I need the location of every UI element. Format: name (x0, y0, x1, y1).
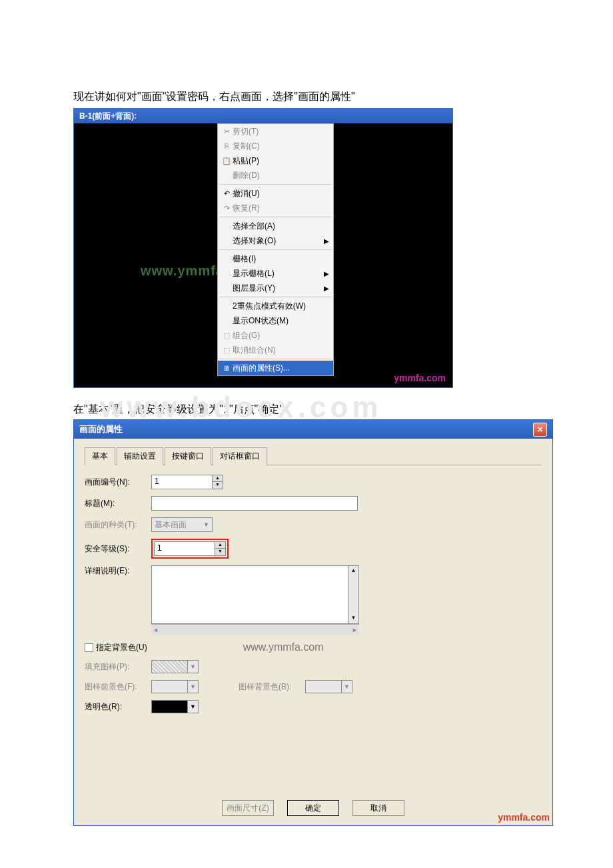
menu-show-grid-label: 显示栅格(L) (233, 268, 324, 279)
menu-undo[interactable]: ↶撤消(U) (218, 186, 333, 201)
cancel-button[interactable]: 取消 (352, 800, 404, 816)
dialog-corner-watermark: ymmfa.com (498, 812, 550, 823)
bg-color-swatch (305, 680, 342, 693)
security-level-input[interactable]: 1 (154, 541, 215, 556)
row-fill-pattern: 填充图样(P): ▼ (85, 660, 542, 673)
label-fg-color: 图样前景色(F): (85, 681, 151, 693)
tab-aux[interactable]: 辅助设置 (117, 447, 163, 465)
properties-icon: 🗎 (221, 364, 233, 372)
dialog-body: 基本 辅助设置 按键窗口 对话框窗口 画面编号(N): 1 ▲ ▼ 标题(M): (74, 439, 552, 825)
security-level-highlight: 1 ▲ ▼ (151, 539, 229, 559)
spin-up-icon[interactable]: ▲ (213, 475, 223, 482)
menu-select-object-label: 选择对象(O) (233, 235, 324, 247)
menu-select-all[interactable]: 选择全部(A) (218, 219, 333, 233)
dialog-watermark: www.ymmfa.com (243, 641, 324, 653)
menu-separator (219, 297, 332, 297)
screen-type-combo: 基本画面 ▼ (151, 517, 213, 532)
tab-basic[interactable]: 基本 (85, 447, 115, 465)
close-button[interactable]: × (533, 423, 547, 437)
menu-group-label: 组合(G) (233, 330, 329, 341)
row-security-level: 安全等级(S): 1 ▲ ▼ (85, 539, 542, 559)
editor-title: B-1(前面+背面): (79, 111, 137, 122)
editor-canvas[interactable]: www.ymmfa.com ✂剪切(T) ⎘复制(C) 📋粘贴(P) 删除(D)… (74, 123, 452, 387)
label-security-level: 安全等级(S): (85, 543, 151, 555)
menu-double-focus-label: 2重焦点模式有效(W) (233, 301, 329, 312)
row-fg-color: 图样前景色(F): ▼ 图样背景色(B): ▼ (85, 680, 542, 693)
detail-textarea-wrap: ▲ ▼ (151, 565, 359, 624)
menu-separator (219, 249, 332, 250)
row-caption: 标题(M): (85, 496, 542, 511)
context-menu: ✂剪切(T) ⎘复制(C) 📋粘贴(P) 删除(D) ↶撤消(U) ↷恢复(R)… (217, 123, 334, 376)
menu-redo[interactable]: ↷恢复(R) (218, 201, 333, 215)
fill-pattern-swatch (151, 660, 188, 673)
screen-no-input[interactable]: 1 (151, 475, 213, 489)
trans-color-dropdown[interactable]: ▼ (188, 700, 199, 713)
spec-bg-checkbox[interactable] (85, 643, 93, 652)
menu-screen-properties[interactable]: 🗎画面的属性(S)... (218, 361, 333, 375)
ok-button[interactable]: 确定 (287, 800, 339, 816)
label-spec-bg: 指定背景色(U) (96, 642, 147, 653)
menu-show-on-label: 显示ON状态(M) (233, 315, 329, 327)
submenu-arrow-icon: ▶ (324, 270, 329, 277)
row-screen-type: 画面的种类(T): 基本画面 ▼ (85, 517, 542, 532)
spin-up-icon[interactable]: ▲ (215, 542, 225, 549)
tab-dlgwin[interactable]: 对话框窗口 (213, 447, 267, 465)
menu-paste-label: 粘贴(P) (233, 155, 329, 167)
menu-undo-label: 撤消(U) (233, 188, 329, 199)
security-level-spinner[interactable]: 1 ▲ ▼ (154, 541, 226, 556)
menu-screen-properties-label: 画面的属性(S)... (233, 363, 329, 374)
menu-select-object[interactable]: 选择对象(O)▶ (218, 233, 333, 248)
menu-grid[interactable]: 栅格(I) (218, 251, 333, 266)
detail-scrollbar[interactable]: ▲ ▼ (348, 565, 359, 624)
screenshot-editor: B-1(前面+背面): www.ymmfa.com ✂剪切(T) ⎘复制(C) … (73, 108, 453, 388)
undo-icon: ↶ (221, 189, 233, 198)
menu-ungroup[interactable]: ⬚取消组合(N) (218, 343, 333, 357)
caption-input[interactable] (151, 496, 358, 511)
label-caption: 标题(M): (85, 498, 151, 509)
menu-paste[interactable]: 📋粘贴(P) (218, 153, 333, 168)
detail-textarea[interactable] (151, 565, 348, 624)
row-trans-color: 透明色(R): ▼ (85, 700, 542, 713)
detail-h-scrollbar[interactable]: ◄ ► (151, 624, 359, 635)
corner-watermark: ymmfa.com (394, 373, 446, 383)
screen-size-button: 画面尺寸(Z) (222, 800, 274, 816)
spin-down-icon[interactable]: ▼ (215, 549, 225, 555)
group-icon: ⬚ (221, 331, 233, 340)
screen-no-spinner-buttons[interactable]: ▲ ▼ (213, 475, 223, 489)
paste-icon: 📋 (221, 157, 233, 165)
menu-double-focus[interactable]: 2重焦点模式有效(W) (218, 299, 333, 313)
scroll-right-icon[interactable]: ► (352, 627, 358, 633)
label-trans-color: 透明色(R): (85, 701, 151, 713)
menu-copy[interactable]: ⎘复制(C) (218, 139, 333, 153)
menu-delete[interactable]: 删除(D) (218, 168, 333, 183)
menu-separator (219, 217, 332, 217)
dropdown-arrow-icon: ▼ (203, 521, 209, 528)
copy-icon: ⎘ (221, 142, 233, 150)
menu-cut-label: 剪切(T) (233, 126, 329, 137)
scroll-down-icon[interactable]: ▼ (348, 613, 358, 623)
menu-show-grid[interactable]: 显示栅格(L)▶ (218, 266, 333, 281)
fg-color-swatch (151, 680, 188, 693)
screen-no-spinner[interactable]: 1 ▲ ▼ (151, 475, 223, 489)
menu-delete-label: 删除(D) (233, 170, 329, 181)
scroll-left-icon[interactable]: ◄ (153, 627, 159, 633)
security-spinner-buttons[interactable]: ▲ ▼ (215, 541, 226, 556)
menu-layer-show[interactable]: 图层显示(Y)▶ (218, 281, 333, 295)
spin-down-icon[interactable]: ▼ (213, 482, 223, 489)
row-screen-no: 画面编号(N): 1 ▲ ▼ (85, 475, 542, 489)
fill-pattern-dropdown: ▼ (188, 660, 199, 673)
menu-ungroup-label: 取消组合(N) (233, 345, 329, 356)
label-screen-no: 画面编号(N): (85, 477, 151, 488)
menu-show-on[interactable]: 显示ON状态(M) (218, 313, 333, 328)
label-bg-color: 图样背景色(B): (239, 681, 305, 693)
menu-cut[interactable]: ✂剪切(T) (218, 124, 333, 139)
submenu-arrow-icon: ▶ (324, 285, 329, 292)
screen-type-value: 基本画面 (155, 519, 187, 531)
scroll-up-icon[interactable]: ▲ (348, 566, 358, 576)
trans-color-swatch[interactable] (151, 700, 188, 713)
menu-group[interactable]: ⬚组合(G) (218, 328, 333, 343)
ungroup-icon: ⬚ (221, 346, 233, 355)
redo-icon: ↷ (221, 204, 233, 213)
dialog-title: 画面的属性 (79, 423, 123, 435)
tab-keywin[interactable]: 按键窗口 (165, 447, 211, 465)
